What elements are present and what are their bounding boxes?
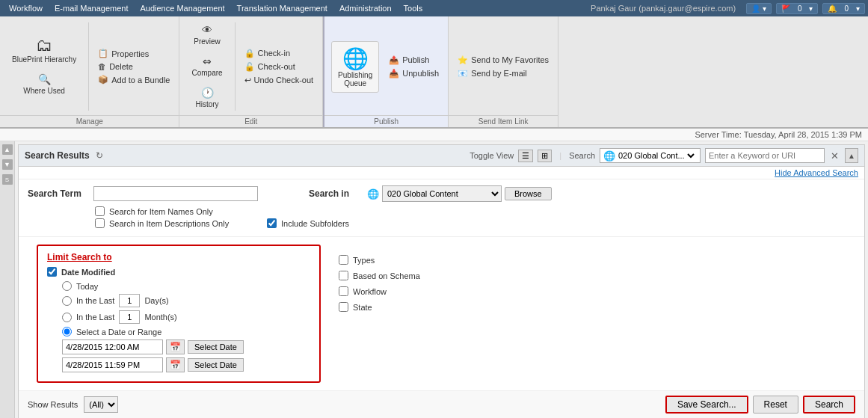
clear-keyword-btn[interactable]: ✕: [829, 150, 840, 162]
search-context-dropdown[interactable]: 🌐 020 Global Cont...: [600, 148, 701, 163]
search-btn[interactable]: Search: [803, 396, 855, 414]
types-label[interactable]: Types: [353, 256, 375, 265]
state-label[interactable]: State: [353, 303, 372, 312]
send-by-email-btn[interactable]: 📧 Send by E-mail: [455, 67, 552, 80]
today-label[interactable]: Today: [76, 282, 98, 291]
check-out-btn[interactable]: 🔓 Check-out: [241, 61, 317, 73]
blueprint-hierarchy-btn[interactable]: 🗂 BluePrint Hierarchy: [7, 34, 81, 67]
server-time-label: Server Time:: [695, 130, 741, 139]
save-search-btn[interactable]: Save Search...: [665, 396, 748, 414]
sidebar-arrow-filter[interactable]: ▼: [2, 159, 13, 170]
search-in-globe-icon: 🌐: [367, 188, 379, 200]
flag-btn[interactable]: 🚩 0 ▾: [776, 3, 819, 14]
grid-view-btn[interactable]: ⊞: [538, 150, 552, 162]
sidebar-arrow-s[interactable]: S: [2, 174, 13, 185]
date-range-radio-row: Select a Date or Range: [62, 327, 310, 336]
unpublish-btn[interactable]: 📥 Unpublish: [386, 67, 442, 80]
keyword-input[interactable]: [705, 148, 825, 163]
include-subfolders-label[interactable]: Include Subfolders: [281, 219, 349, 228]
user-avatar-btn[interactable]: 👤 ▾: [746, 3, 772, 14]
publishing-queue-btn[interactable]: 🌐 PublishingQueue: [331, 41, 379, 93]
search-panel-header: Search Results ↻ Toggle View ☰ ⊞ | Searc…: [19, 145, 864, 167]
workflow-checkbox[interactable]: [339, 286, 348, 296]
item-descriptions-checkbox[interactable]: [95, 218, 105, 228]
browse-btn[interactable]: Browse: [505, 187, 552, 200]
delete-btn[interactable]: 🗑 Delete: [95, 61, 173, 73]
menu-item-tools[interactable]: Tools: [398, 0, 429, 16]
types-checkbox[interactable]: [339, 255, 348, 265]
workflow-label[interactable]: Workflow: [353, 287, 387, 296]
date-to-input[interactable]: [62, 357, 163, 372]
preview-btn[interactable]: 👁 Preview: [189, 21, 225, 49]
properties-icon: 📋: [98, 49, 108, 58]
send-to-favorites-btn[interactable]: ⭐ Send to My Favorites: [455, 54, 552, 67]
add-to-bundle-btn[interactable]: 📦 Add to a Bundle: [95, 73, 173, 86]
last-days-input[interactable]: [119, 294, 140, 307]
date-modified-checkbox[interactable]: [47, 267, 57, 277]
search-context-select[interactable]: 020 Global Cont...: [615, 150, 697, 161]
scroll-up-btn[interactable]: ▲: [845, 148, 858, 163]
globe-big-icon: 🌐: [342, 46, 369, 71]
unpublish-icon: 📥: [389, 69, 399, 79]
compare-btn[interactable]: ⇔ Compare: [187, 52, 227, 81]
include-subfolders-checkbox[interactable]: [267, 218, 277, 228]
last-months-radio[interactable]: [62, 313, 72, 322]
action-buttons: Save Search... Reset Search: [665, 396, 855, 414]
bell-btn[interactable]: 🔔 0 ▾: [822, 3, 865, 14]
search-label-header: Search: [569, 151, 595, 160]
last-months-radio-row: In the Last Month(s): [62, 310, 310, 324]
manage-section-label: Manage: [0, 115, 179, 127]
reset-btn[interactable]: Reset: [753, 396, 798, 414]
item-names-label[interactable]: Search for Item Names Only: [109, 207, 213, 216]
schema-checkbox[interactable]: [339, 271, 348, 280]
undo-icon: ↩: [244, 76, 251, 85]
last-months-input[interactable]: [119, 310, 140, 324]
email-icon: 📧: [458, 69, 468, 79]
date-range-label[interactable]: Select a Date or Range: [76, 328, 161, 336]
today-radio[interactable]: [62, 281, 72, 291]
where-used-btn[interactable]: 🔍 Where Used: [19, 70, 70, 99]
date-from-input[interactable]: [62, 339, 163, 354]
menu-item-workflow[interactable]: Workflow: [3, 0, 49, 16]
limit-right-checkboxes: Types Based on Schema Workflow State: [339, 240, 420, 387]
menu-item-translation[interactable]: Translation Management: [231, 0, 333, 16]
menu-item-administration[interactable]: Administration: [333, 0, 398, 16]
last-days-radio[interactable]: [62, 296, 72, 306]
date-range-radio[interactable]: [62, 327, 72, 336]
months-unit-label: Month(s): [144, 313, 176, 322]
list-view-btn[interactable]: ☰: [518, 150, 533, 162]
hide-advanced-search-link[interactable]: Hide Advanced Search: [19, 167, 864, 179]
last-months-label[interactable]: In the Last: [76, 313, 114, 322]
search-in-select[interactable]: 020 Global Content: [382, 185, 502, 202]
days-unit-label: Day(s): [144, 296, 168, 305]
publish-btn[interactable]: 📤 Publish: [386, 54, 442, 67]
search-panel: Search Results ↻ Toggle View ☰ ⊞ | Searc…: [18, 144, 865, 418]
properties-btn[interactable]: 📋 Properties: [95, 47, 173, 60]
send-section-label: Send Item Link: [449, 115, 558, 127]
server-time-value: Tuesday, April 28, 2015 1:39 PM: [744, 130, 862, 139]
edit-section-label: Edit: [179, 115, 322, 127]
last-days-label[interactable]: In the Last: [76, 296, 114, 305]
sidebar-arrow-up[interactable]: ▲: [2, 144, 13, 155]
search-term-input[interactable]: [93, 186, 258, 201]
history-btn[interactable]: 🕐 History: [191, 84, 224, 112]
menu-item-email[interactable]: E-mail Management: [49, 0, 134, 16]
check-in-btn[interactable]: 🔒 Check-in: [241, 47, 317, 60]
date-to-cal-btn[interactable]: 📅: [166, 357, 185, 372]
date-from-select-btn[interactable]: Select Date: [188, 340, 244, 354]
refresh-icon[interactable]: ↻: [96, 150, 103, 161]
schema-label[interactable]: Based on Schema: [353, 271, 420, 280]
state-checkbox[interactable]: [339, 302, 348, 312]
compare-icon: ⇔: [203, 55, 212, 67]
item-names-checkbox[interactable]: [95, 206, 105, 216]
ribbon-publish-section: 🌐 PublishingQueue 📤 Publish 📥 Unpublish …: [323, 16, 449, 127]
where-used-icon: 🔍: [38, 73, 51, 85]
check-in-icon: 🔒: [244, 49, 255, 58]
date-to-select-btn[interactable]: Select Date: [188, 358, 244, 372]
date-from-cal-btn[interactable]: 📅: [166, 339, 185, 354]
menu-item-audience[interactable]: Audience Management: [134, 0, 230, 16]
undo-checkout-btn[interactable]: ↩ Undo Check-out: [241, 74, 317, 87]
date-modified-label[interactable]: Date Modified: [61, 268, 115, 277]
show-results-select[interactable]: (All) 10 25 50 100: [84, 396, 118, 413]
item-descriptions-label[interactable]: Search in Item Descriptions Only: [109, 219, 229, 228]
